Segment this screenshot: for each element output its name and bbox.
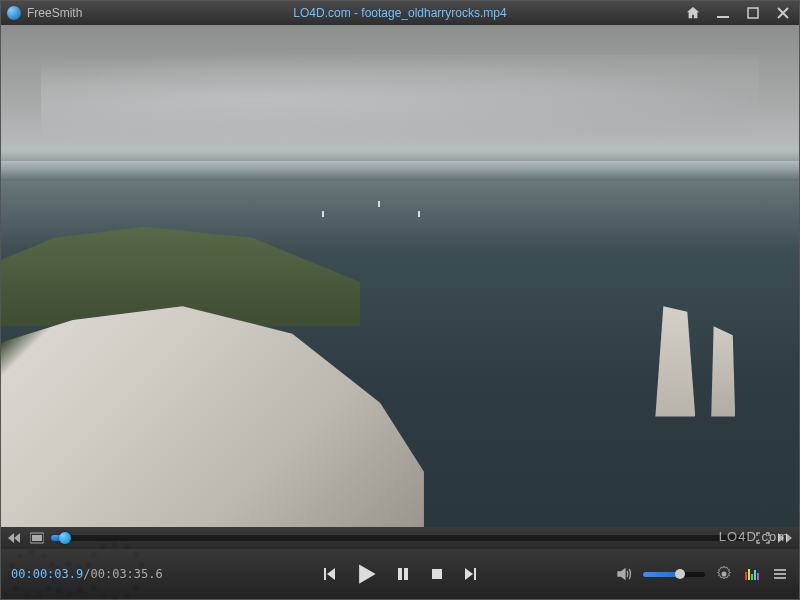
svg-rect-13 <box>774 569 786 571</box>
transport-controls <box>321 563 479 585</box>
playlist-icon <box>772 566 788 582</box>
stop-button[interactable] <box>429 566 445 582</box>
previous-icon <box>321 566 337 582</box>
settings-button[interactable] <box>715 565 733 583</box>
time-display: 00:00:03.9/00:03:35.6 <box>11 567 163 581</box>
equalizer-icon <box>744 566 760 582</box>
svg-rect-15 <box>774 577 786 579</box>
play-button[interactable] <box>355 563 377 585</box>
svg-rect-3 <box>32 535 42 541</box>
duration-time: 00:03:35.6 <box>90 567 162 581</box>
maximize-button[interactable] <box>743 5 763 21</box>
seek-bar-row <box>1 527 799 549</box>
pause-button[interactable] <box>395 566 411 582</box>
control-bar: 00:00:03.9/00:03:35.6 <box>1 549 799 599</box>
equalizer-button[interactable] <box>743 565 761 583</box>
play-icon <box>355 563 377 585</box>
video-viewport[interactable] <box>1 25 799 527</box>
stop-icon <box>429 566 445 582</box>
svg-rect-6 <box>432 569 442 579</box>
playlist-button[interactable] <box>771 565 789 583</box>
volume-button[interactable] <box>615 565 633 583</box>
volume-thumb[interactable] <box>675 569 685 579</box>
maximize-icon <box>747 7 759 19</box>
svg-rect-12 <box>757 573 759 580</box>
watermark-prefix: LO4D <box>719 529 757 544</box>
svg-rect-11 <box>754 570 756 580</box>
watermark-suffix: com <box>761 529 789 544</box>
svg-point-7 <box>722 572 727 577</box>
app-window: FreeSmith LO4D.com - footage_oldharryroc… <box>0 0 800 600</box>
video-icon <box>30 532 44 544</box>
svg-rect-10 <box>751 574 753 580</box>
svg-rect-1 <box>748 8 758 18</box>
close-button[interactable] <box>773 5 793 21</box>
next-button[interactable] <box>463 566 479 582</box>
window-title: LO4D.com - footage_oldharryrocks.mp4 <box>293 6 506 20</box>
svg-rect-8 <box>745 572 747 580</box>
svg-rect-5 <box>404 568 408 580</box>
video-mode-button[interactable] <box>29 530 45 546</box>
rewind-icon <box>8 533 22 543</box>
close-icon <box>777 7 789 19</box>
svg-rect-0 <box>717 16 729 18</box>
home-icon <box>686 6 700 20</box>
current-time: 00:00:03.9 <box>11 567 83 581</box>
seek-slider[interactable] <box>51 535 749 541</box>
svg-rect-9 <box>748 569 750 580</box>
settings-icon <box>716 566 732 582</box>
seek-thumb[interactable] <box>59 532 71 544</box>
app-icon <box>7 6 21 20</box>
svg-rect-4 <box>398 568 402 580</box>
right-controls <box>615 565 789 583</box>
home-button[interactable] <box>683 5 703 21</box>
previous-button[interactable] <box>321 566 337 582</box>
minimize-icon <box>717 7 729 19</box>
watermark: LO4D.com <box>719 529 789 544</box>
video-frame-image <box>1 25 799 527</box>
step-back-button[interactable] <box>7 530 23 546</box>
title-bar: FreeSmith LO4D.com - footage_oldharryroc… <box>1 1 799 25</box>
pause-icon <box>395 566 411 582</box>
volume-icon <box>616 566 632 582</box>
svg-rect-14 <box>774 573 786 575</box>
volume-slider[interactable] <box>643 572 705 577</box>
app-name-label: FreeSmith <box>27 6 82 20</box>
next-icon <box>463 566 479 582</box>
window-controls <box>683 5 793 21</box>
minimize-button[interactable] <box>713 5 733 21</box>
